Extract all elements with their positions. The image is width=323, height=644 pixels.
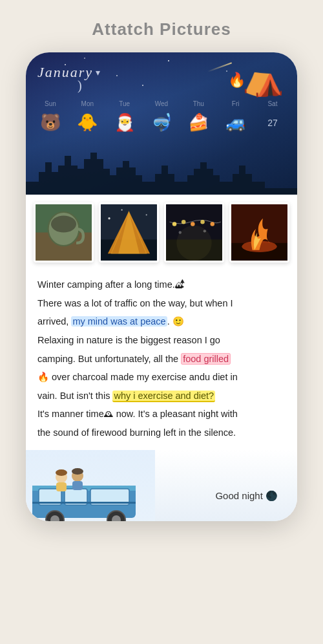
weekday-fri: Fri	[223, 100, 249, 107]
day-number-27[interactable]: 27	[260, 118, 286, 128]
journal-line-6: the sound of firewood burning left in th…	[37, 425, 286, 441]
month-arrow[interactable]: ▾	[96, 67, 100, 78]
calendar-header: ) January ▾ 🔥 ⛺ Sun Mon Tue Wed Thu Fri …	[26, 52, 297, 195]
svg-point-10	[146, 214, 147, 215]
weekday-sun: Sun	[37, 100, 63, 107]
day-emoji-1[interactable]: 🐥	[74, 113, 100, 133]
journal-line-2a: There was a lot of traffic on the way, b…	[37, 295, 286, 312]
svg-rect-35	[32, 502, 136, 504]
day-emoji-0[interactable]: 🐻	[37, 113, 63, 133]
day-emoji-5[interactable]: 🚙	[223, 113, 249, 133]
weekday-sat: Sat	[260, 100, 286, 107]
highlight-blue-peace: my mind was at peace	[71, 316, 167, 327]
photo-mug[interactable]	[34, 202, 94, 263]
journal-line-4b: vain. But isn't this why i exercise and …	[37, 388, 286, 404]
photo-strip	[26, 195, 297, 268]
journal-line-4a: 🔥 over charcoal made my exercise andu di…	[37, 369, 286, 385]
svg-point-9	[108, 217, 110, 219]
svg-point-14	[172, 222, 177, 226]
weekday-thu: Thu	[185, 100, 211, 107]
month-label: January	[37, 64, 93, 81]
svg-rect-37	[56, 482, 67, 491]
vain-pre: vain. But isn't this	[37, 391, 112, 401]
highlight-pink-food: food grilled	[181, 353, 231, 365]
phone-shell: ) January ▾ 🔥 ⛺ Sun Mon Tue Wed Thu Fri …	[26, 52, 297, 521]
svg-point-3	[51, 215, 76, 232]
photo-fire[interactable]	[229, 202, 289, 263]
weekday-tue: Tue	[112, 100, 138, 107]
weekday-wed: Wed	[149, 100, 174, 107]
day-emoji-4[interactable]: 🍰	[185, 113, 211, 133]
weekday-mon: Mon	[74, 100, 100, 107]
camping-pre: camping. But unfortunately, all the	[37, 354, 181, 364]
svg-point-41	[72, 468, 83, 475]
photo-lights[interactable]	[164, 202, 224, 263]
svg-point-17	[200, 220, 205, 224]
tent-icon: ⛺	[242, 59, 284, 98]
highlight-yellow-exercise: why i exercise and diet?	[112, 391, 215, 402]
svg-point-40	[56, 469, 67, 476]
journal-line-3b: camping. But unfortunately, all the food…	[37, 351, 286, 367]
journal-text: Winter camping after a long time.🏕 There…	[26, 268, 297, 450]
goodnight-text: Good night 🌑	[215, 490, 278, 502]
svg-rect-39	[72, 481, 83, 490]
page-title: Attatch Pictures	[92, 19, 231, 39]
van-section: Good night 🌑	[26, 450, 297, 521]
svg-point-15	[182, 220, 186, 224]
arrived-post: . 🙂	[167, 316, 184, 327]
journal-line-2b: arrived, my mind was at peace. 🙂	[37, 314, 286, 330]
journal-line-5: It's manner time🕰 now. It's a pleasant n…	[37, 406, 286, 422]
journal-line-3a: Relaxing in nature is the biggest reason…	[37, 332, 286, 349]
photo-tent[interactable]	[99, 202, 159, 263]
svg-point-21	[176, 226, 211, 261]
day-emoji-3[interactable]: 🤿	[149, 113, 174, 133]
arrived-pre: arrived,	[37, 316, 71, 327]
svg-point-11	[121, 209, 123, 211]
journal-line-1: Winter camping after a long time.🏕	[37, 277, 286, 293]
van-illustration	[26, 450, 155, 521]
svg-point-18	[211, 222, 215, 226]
day-emoji-2[interactable]: 🎅	[112, 113, 138, 133]
